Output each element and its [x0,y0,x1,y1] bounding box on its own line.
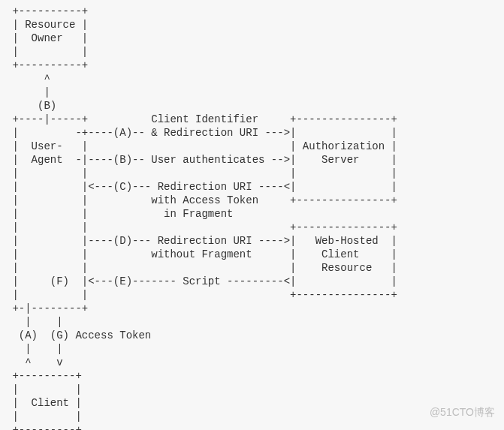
oauth-implicit-flow-diagram: +----------+ | Resource | | Owner | | | … [0,0,504,430]
